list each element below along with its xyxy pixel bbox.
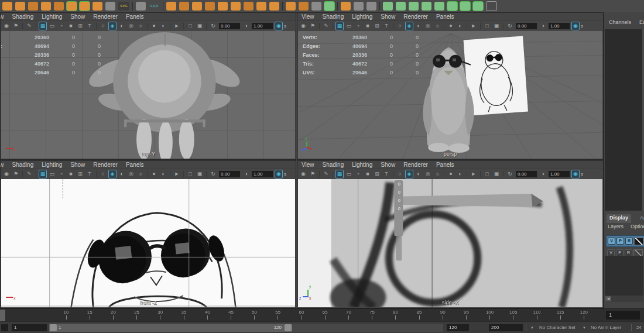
menu-options[interactable]: Options bbox=[631, 224, 644, 229]
shelf-icon-5[interactable] bbox=[54, 2, 64, 11]
viewport-toolbar-icon-14[interactable]: ◈ bbox=[405, 170, 413, 178]
viewport-menu-view[interactable]: View bbox=[1, 162, 4, 168]
viewport-menu-view[interactable]: View bbox=[302, 162, 314, 168]
current-frame-field[interactable]: 1 bbox=[606, 311, 640, 320]
viewport-menu-lighting[interactable]: Lighting bbox=[42, 162, 62, 168]
viewport-menu-shading[interactable]: Shading bbox=[323, 162, 344, 168]
shelf-icon-20[interactable] bbox=[231, 2, 241, 11]
anim-layer-dropdown-icon[interactable]: ▼ bbox=[583, 326, 586, 329]
viewport-toolbar-icon-14[interactable]: ◈ bbox=[108, 170, 117, 178]
anim-layer-dropdown[interactable]: No Anim Layer bbox=[591, 325, 621, 330]
gamma-field[interactable]: 1.00 bbox=[252, 171, 273, 177]
gamma-icon[interactable]: ◑ bbox=[539, 170, 547, 178]
viewport-toolbar-icon-4[interactable]: ✎ bbox=[322, 170, 330, 178]
shelf-icon-svg[interactable]: SVG bbox=[118, 2, 129, 11]
viewport-menu-shading[interactable]: Shading bbox=[323, 13, 344, 20]
channel-box[interactable] bbox=[605, 29, 643, 211]
viewport-toolbar-icon-13[interactable]: ○ bbox=[396, 170, 404, 178]
viewport-toolbar-icon-9[interactable]: ■ bbox=[67, 22, 75, 30]
shelf-icon-6[interactable] bbox=[67, 2, 77, 11]
viewport-canvas-persp[interactable]: Verts:2036000Edges:4069400Faces:2033600T… bbox=[298, 31, 602, 159]
viewport-toolbar-icon-25[interactable]: ▣ bbox=[492, 170, 501, 178]
viewport-canvas-front[interactable]: x front -Z bbox=[1, 179, 295, 307]
viewport-toolbar-icon-19[interactable]: ● bbox=[150, 22, 158, 30]
shelf-icon-17[interactable] bbox=[192, 2, 202, 11]
viewport-toolbar-icon-4[interactable]: ✎ bbox=[25, 22, 33, 30]
viewport-menu-view[interactable]: View bbox=[1, 13, 4, 20]
viewport-toolbar-icon-15[interactable]: ◐ bbox=[118, 170, 126, 178]
renderer-toggle-icon[interactable]: ◉ bbox=[275, 170, 283, 178]
viewport-menu-renderer[interactable]: Renderer bbox=[403, 13, 428, 20]
viewport-toolbar-icon-17[interactable]: ☼ bbox=[433, 170, 441, 178]
shelf-icon-12[interactable] bbox=[136, 2, 146, 11]
shelf-icon-32[interactable] bbox=[366, 2, 376, 11]
shelf-icon-16[interactable] bbox=[179, 2, 189, 11]
viewport-menu-show[interactable]: Show bbox=[381, 13, 395, 20]
viewport-toolbar-icon-11[interactable]: T bbox=[85, 22, 94, 30]
viewport-menu-lighting[interactable]: Lighting bbox=[352, 162, 372, 168]
viewport-toolbar-icon-6[interactable]: ▦ bbox=[39, 170, 47, 178]
viewport-toolbar-icon-2[interactable]: ⚑ bbox=[309, 170, 317, 178]
viewport-toolbar-icon-16[interactable]: ◎ bbox=[127, 22, 135, 30]
viewport-toolbar-icon-2[interactable]: ⚑ bbox=[309, 22, 317, 30]
viewport-toolbar-icon-6[interactable]: ▦ bbox=[335, 170, 344, 178]
viewport-toolbar-icon-14[interactable]: ◈ bbox=[405, 22, 413, 30]
menu-edit[interactable]: Edit bbox=[639, 19, 644, 29]
menu-layers[interactable]: Layers bbox=[608, 224, 624, 229]
exposure-field[interactable]: 0.00 bbox=[219, 171, 240, 177]
fps-button[interactable]: 24 bbox=[636, 325, 642, 330]
layer-toggle-r[interactable]: R bbox=[625, 238, 633, 245]
layer-editor-hscrollbar[interactable]: ◀ bbox=[605, 296, 643, 302]
viewport-toolbar-icon-15[interactable]: ◐ bbox=[415, 170, 423, 178]
viewport-menu-panels[interactable]: Panels bbox=[126, 162, 144, 168]
viewport-menu-renderer[interactable]: Renderer bbox=[93, 162, 118, 168]
exposure-icon[interactable]: ↻ bbox=[209, 170, 217, 178]
viewport-toolbar-icon-20[interactable]: ◐ bbox=[159, 170, 167, 178]
viewport-menu-panels[interactable]: Panels bbox=[436, 162, 454, 168]
viewport-toolbar-icon-22[interactable]: ► bbox=[470, 22, 478, 30]
gamma-icon[interactable]: ◑ bbox=[539, 22, 547, 30]
viewport-toolbar-icon-15[interactable]: ◐ bbox=[415, 22, 423, 30]
shelf-icon-37[interactable] bbox=[422, 2, 431, 11]
shelf-icon-2[interactable] bbox=[15, 2, 25, 11]
range-slider-track[interactable]: 1 120 bbox=[49, 324, 443, 332]
viewport-toolbar-icon-1[interactable]: ◉ bbox=[299, 22, 307, 30]
shelf-icon-1[interactable] bbox=[2, 2, 12, 11]
shelf-icon-27[interactable] bbox=[311, 2, 321, 11]
viewport-toolbar-icon-13[interactable]: ○ bbox=[99, 22, 107, 30]
viewport-toolbar-icon-19[interactable]: ● bbox=[447, 170, 455, 178]
viewport-menu-renderer[interactable]: Renderer bbox=[403, 162, 428, 168]
shelf-icon-28[interactable] bbox=[324, 2, 334, 11]
viewport-toolbar-icon-4[interactable]: ✎ bbox=[25, 170, 33, 178]
gamma-icon[interactable]: ◑ bbox=[242, 22, 250, 30]
viewport-toolbar-icon-9[interactable]: ■ bbox=[67, 170, 75, 178]
range-end-handle[interactable] bbox=[285, 324, 292, 331]
shelf-icon-40[interactable] bbox=[460, 2, 470, 11]
layer-toggle-v[interactable]: V bbox=[608, 238, 615, 245]
renderer-toggle-icon[interactable]: ◉ bbox=[275, 22, 283, 30]
exposure-field[interactable]: 0.00 bbox=[219, 23, 240, 29]
anim-end-field[interactable]: 200 bbox=[489, 324, 523, 331]
viewport-toolbar-icon-24[interactable]: □ bbox=[483, 170, 491, 178]
viewport-toolbar-icon-1[interactable]: ◉ bbox=[2, 170, 11, 178]
viewport-toolbar-icon-2[interactable]: ⚑ bbox=[12, 22, 20, 30]
viewport-toolbar-icon-8[interactable]: ▫ bbox=[57, 22, 66, 30]
menu-channels[interactable]: Channels bbox=[609, 19, 631, 29]
viewport-toolbar-icon-16[interactable]: ◎ bbox=[424, 170, 432, 178]
character-set-dropdown[interactable]: No Character Set bbox=[539, 325, 576, 330]
exposure-icon[interactable]: ↻ bbox=[506, 170, 514, 178]
tab-display[interactable]: Display bbox=[607, 214, 631, 223]
viewport-toolbar-icon-2[interactable]: ⚑ bbox=[12, 170, 20, 178]
viewport-toolbar-icon-24[interactable]: □ bbox=[483, 22, 491, 30]
viewport-toolbar-icon-14[interactable]: ◈ bbox=[108, 22, 117, 30]
character-set-dropdown-icon[interactable]: ▼ bbox=[530, 326, 534, 329]
viewport-canvas-top[interactable]: Verts:2036000Edges:4069400Faces:2033600T… bbox=[1, 31, 295, 159]
shelf-icon-21[interactable] bbox=[244, 2, 254, 11]
current-time-marker[interactable] bbox=[0, 310, 5, 321]
shelf-icon-25[interactable] bbox=[286, 2, 296, 11]
time-slider[interactable]: 1015202530354045505560657075808590951001… bbox=[0, 308, 604, 321]
viewport-toolbar-icon-10[interactable]: ⊞ bbox=[76, 170, 84, 178]
shelf-icon-23[interactable] bbox=[269, 2, 279, 11]
viewport-toolbar-icon-19[interactable]: ● bbox=[447, 22, 455, 30]
viewport-menu-panels[interactable]: Panels bbox=[126, 13, 144, 20]
